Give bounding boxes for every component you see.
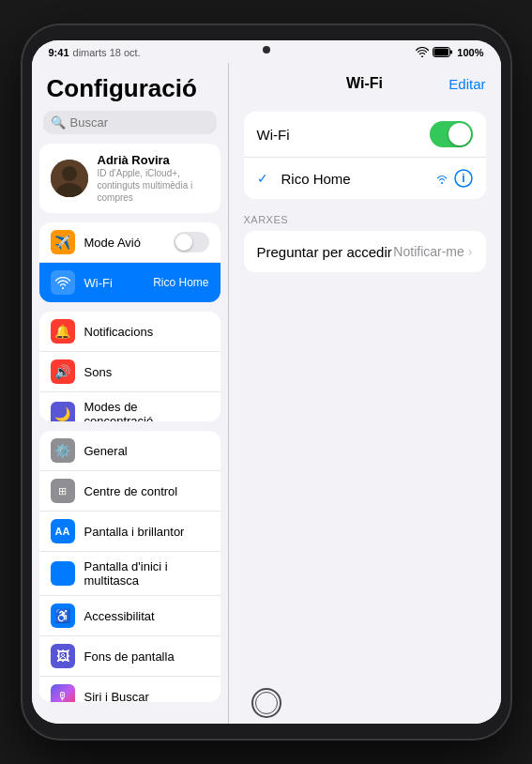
focus-icon: 🌙 — [51, 402, 75, 421]
sidebar-item-wifi[interactable]: Wi-Fi Rico Home — [39, 263, 220, 302]
sidebar-title: Configuració — [32, 63, 228, 111]
airplane-label: Mode Avió — [84, 236, 164, 250]
connected-network-label: Rico Home — [281, 171, 426, 187]
svg-text:i: i — [462, 172, 464, 185]
wallpaper-label: Fons de pantalla — [84, 649, 209, 664]
status-left: 9:41 dimarts 18 oct. — [49, 47, 141, 58]
svg-rect-1 — [434, 48, 449, 55]
profile-desc: ID d'Apple, iCloud+, continguts multimèd… — [98, 167, 209, 204]
avatar — [51, 160, 88, 197]
status-right: 100% — [416, 47, 483, 59]
edit-button[interactable]: Editar — [448, 76, 485, 92]
profile-info: Adrià Rovira ID d'Apple, iCloud+, contin… — [98, 153, 209, 204]
wallpaper-icon: 🖼 — [51, 644, 75, 668]
battery-icon — [433, 47, 453, 59]
display-label: Pantalla i brillantor — [84, 525, 209, 539]
notifications-icon: 🔔 — [51, 319, 75, 344]
notifications-label: Notificacions — [84, 325, 209, 339]
general-label: General — [84, 444, 209, 458]
wifi-main-section: Wi-Fi ✓ Rico Home — [244, 112, 486, 199]
accessibility-label: Accessibilitat — [84, 609, 209, 623]
sounds-label: Sons — [84, 365, 209, 379]
wifi-icon — [51, 270, 75, 295]
sidebar-item-airplane[interactable]: ✈️ Mode Avió — [39, 222, 220, 263]
sidebar: Configuració 🔍 🎤 — [32, 63, 229, 724]
settings-group-2: 🔔 Notificacions 🔊 Sons 🌙 Modes de concen… — [39, 312, 220, 421]
wifi-status-icon — [416, 47, 429, 59]
search-input[interactable] — [70, 115, 228, 130]
profile-name: Adrià Rovira — [98, 153, 209, 167]
airplane-icon: ✈️ — [51, 230, 75, 254]
sidebar-item-siri[interactable]: 🎙 Siri i Buscar — [39, 677, 220, 702]
siri-icon: 🎙 — [51, 684, 75, 702]
control-icon: ⊞ — [51, 479, 75, 503]
chevron-right-icon: › — [468, 244, 473, 259]
wifi-main-label: Wi-Fi — [257, 127, 420, 143]
screen: 9:41 dimarts 18 oct. — [32, 40, 501, 724]
sidebar-item-general[interactable]: ⚙️ General — [39, 431, 220, 471]
date: dimarts 18 oct. — [73, 47, 141, 58]
wifi-label-sidebar: Wi-Fi — [84, 276, 144, 290]
homescreen-icon — [51, 561, 75, 586]
sidebar-item-focus[interactable]: 🌙 Modes de concentració — [39, 392, 220, 421]
svg-point-4 — [62, 166, 77, 181]
profile-section[interactable]: Adrià Rovira ID d'Apple, iCloud+, contin… — [39, 144, 220, 213]
sidebar-item-accessibility[interactable]: ♿ Accessibilitat — [39, 596, 220, 636]
accessibility-icon: ♿ — [51, 604, 75, 628]
wifi-connected-row[interactable]: ✓ Rico Home i — [244, 158, 486, 199]
ask-access-label: Preguntar per accedir — [257, 244, 394, 260]
camera — [263, 46, 270, 53]
settings-group-1: ✈️ Mode Avió — [39, 222, 220, 302]
home-button-inner — [255, 692, 278, 714]
sidebar-item-control[interactable]: ⊞ Centre de control — [39, 471, 220, 512]
device: 9:41 dimarts 18 oct. — [23, 25, 510, 739]
ask-access-value: Notificar-me — [393, 244, 464, 259]
ask-access-section: Preguntar per accedir Notificar-me › — [244, 231, 486, 272]
search-bar[interactable]: 🔍 🎤 — [43, 111, 217, 134]
content-area: Configuració 🔍 🎤 — [32, 63, 501, 724]
networks-section-header: XARXES — [229, 199, 501, 231]
wifi-value: Rico Home — [153, 276, 208, 289]
battery-percent: 100% — [457, 47, 483, 58]
wifi-toggle-row[interactable]: Wi-Fi — [244, 112, 486, 158]
wifi-panel: Wi-Fi Editar Wi-Fi ✓ Rico Home — [229, 63, 501, 724]
wifi-panel-title: Wi-Fi — [346, 75, 383, 92]
check-icon: ✓ — [257, 171, 268, 186]
home-button[interactable] — [251, 688, 281, 718]
svg-rect-2 — [450, 50, 452, 53]
sidebar-item-display[interactable]: AA Pantalla i brillantor — [39, 512, 220, 552]
sidebar-item-notifications[interactable]: 🔔 Notificacions — [39, 312, 220, 352]
homescreen-label: Pantalla d'inici i multitasca — [84, 559, 209, 588]
status-bar: 9:41 dimarts 18 oct. — [32, 40, 501, 63]
search-icon: 🔍 — [51, 115, 66, 130]
time: 9:41 — [49, 47, 69, 58]
sidebar-item-sounds[interactable]: 🔊 Sons — [39, 352, 220, 392]
wifi-signal-info: i — [435, 169, 473, 188]
control-label: Centre de control — [84, 484, 209, 498]
display-icon: AA — [51, 519, 75, 543]
ask-access-row[interactable]: Preguntar per accedir Notificar-me › — [244, 231, 486, 272]
focus-label: Modes de concentració — [84, 400, 209, 421]
settings-group-3: ⚙️ General ⊞ Centre de control AA Pantal… — [39, 431, 220, 702]
siri-label: Siri i Buscar — [84, 690, 209, 702]
sidebar-item-homescreen[interactable]: Pantalla d'inici i multitasca — [39, 552, 220, 596]
info-circle-icon[interactable]: i — [454, 169, 473, 188]
sounds-icon: 🔊 — [51, 359, 75, 384]
airplane-toggle[interactable] — [174, 232, 209, 252]
wifi-panel-header: Wi-Fi Editar — [229, 63, 501, 104]
wifi-main-toggle[interactable] — [430, 121, 473, 147]
general-icon: ⚙️ — [51, 438, 75, 463]
sidebar-item-wallpaper[interactable]: 🖼 Fons de pantalla — [39, 636, 220, 677]
